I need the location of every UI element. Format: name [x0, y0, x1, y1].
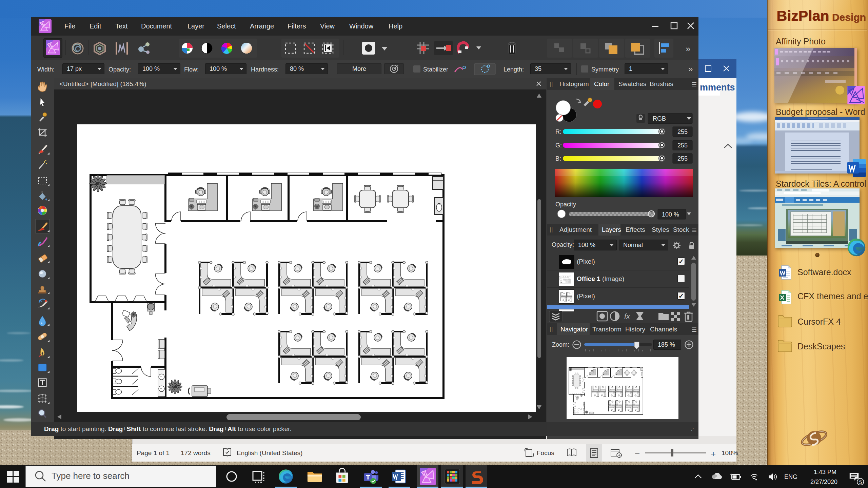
- svg-text:B:: B:: [555, 155, 561, 162]
- svg-text:Opacity: Opacity: [555, 201, 576, 208]
- svg-text:255: 255: [677, 128, 688, 135]
- svg-text:100 %: 100 %: [662, 211, 679, 218]
- svg-text:RGB: RGB: [653, 115, 666, 122]
- svg-text:5: 5: [859, 479, 862, 485]
- svg-text:255: 255: [677, 155, 688, 162]
- svg-text:R:: R:: [555, 128, 561, 135]
- svg-text:G:: G:: [555, 142, 562, 149]
- svg-text:255: 255: [677, 142, 688, 149]
- svg-text:fx: fx: [624, 312, 630, 321]
